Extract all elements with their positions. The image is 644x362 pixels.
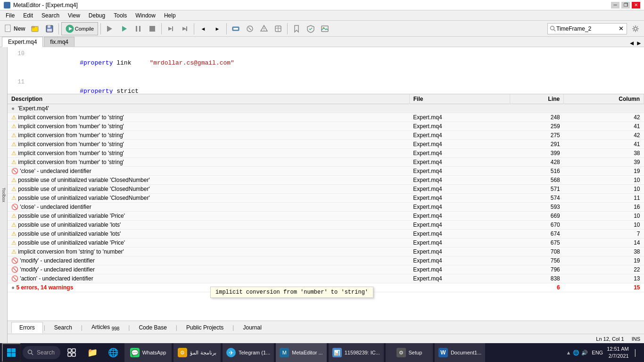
menu-help[interactable]: Help [160,11,180,20]
tray-arrow[interactable]: ▲ [566,350,571,355]
table-row[interactable]: ⚠ possible use of uninitialized variable… [8,239,644,247]
menu-edit[interactable]: Edit [19,11,37,20]
minimize-button[interactable]: ─ [611,2,619,8]
pause-button[interactable] [132,22,145,35]
bookmark-icon [292,25,301,33]
code-editor[interactable]: 10 #property link "mrdollar.cs@gmail.com… [8,47,644,94]
cell-column: 42 [564,131,644,140]
table-row[interactable]: 🚫 'modify' - undeclared identifier Exper… [8,256,644,265]
search-clear-button[interactable]: ✕ [618,25,625,32]
tool1-button[interactable] [229,22,242,35]
restore-button[interactable]: ❐ [621,2,630,8]
menu-view[interactable]: View [64,11,84,20]
metaeditor-label: MetaEditor ... [292,350,322,355]
table-row[interactable]: ⚠ implicit conversion from 'number' to '… [8,140,644,149]
menu-tools[interactable]: Tools [110,11,131,20]
bottom-tab-search[interactable]: Search [46,322,80,333]
shield-button[interactable] [304,22,317,35]
cell-column: 38 [564,149,644,158]
tool2-button[interactable] [243,22,256,35]
svg-rect-46 [72,353,75,356]
edge-button[interactable]: 🌐 [104,343,123,362]
table-row[interactable]: ⚠ implicit conversion from 'number' to '… [8,131,644,140]
show-desktop-button[interactable]: │ [633,349,638,356]
tab-expert-mq4[interactable]: Expert.mq4 [2,37,43,47]
image-button[interactable] [318,22,331,35]
search-input[interactable] [556,25,618,32]
menu-search[interactable]: Search [38,11,63,20]
table-row[interactable]: ⚠ implicit conversion from 'number' to '… [8,149,644,158]
status-bar: Ln 12, Col 1 INS [8,334,644,343]
bottom-tab-errors[interactable]: Errors [11,322,43,333]
taskbar-app-setup[interactable]: ⚙ Setup [386,343,433,362]
taskbar-app-telegram[interactable]: ✈ Telegram (1... [223,343,274,362]
clock[interactable]: 12:51 AM 2/7/2021 [607,346,628,360]
close-button[interactable]: ✕ [632,2,640,8]
bottom-tab-articles[interactable]: Articles 998 [83,321,127,333]
tab-fix-mq4[interactable]: fix.mq4 [44,37,74,47]
stop-button[interactable] [146,22,159,35]
new-button[interactable]: New [2,22,28,35]
svg-rect-43 [68,349,71,352]
taskbar-app-word[interactable]: W Document1... [435,343,485,362]
windows-icon [7,348,16,357]
tab-scroll-right[interactable]: ► [636,40,642,47]
title-text: MetaEditor - [Expert.mq4] [13,2,78,8]
taskbar-search[interactable]: Search [23,346,60,359]
table-row[interactable]: ⚠ possible use of uninitialized variable… [8,194,644,203]
tool4-button[interactable] [272,22,285,35]
table-row[interactable]: ⚠ implicit conversion from 'number' to '… [8,122,644,131]
table-row[interactable]: ⚠ implicit conversion from 'number' to '… [8,113,644,122]
warning-icon: ⚠ [11,132,17,139]
table-row[interactable]: ⚠ possible use of uninitialized variable… [8,212,644,221]
warning-icon: ⚠ [11,186,17,192]
forward-button[interactable]: ► [211,22,224,35]
cell-line: 593 [510,203,564,212]
cell-description: ⚠ implicit conversion from 'number' to '… [8,113,409,122]
file-explorer-button[interactable]: 📁 [83,343,102,362]
task-view-icon [67,348,76,357]
step-into-icon [181,25,189,33]
taskbar-app-metaeditor[interactable]: M MetaEditor ... [276,343,326,362]
taskbar-app-whatsapp[interactable]: 💬 WhatsApp [124,343,172,362]
date-display: 2/7/2021 [607,353,628,360]
taskbar-app-mt4[interactable]: 📊 11598239: IC... [329,343,384,362]
table-row[interactable]: ⚠ implicit conversion from 'string' to '… [8,247,644,256]
step-into-button[interactable] [178,22,191,35]
error-icon: 🚫 [11,204,18,210]
open-button[interactable] [29,22,42,35]
back-button[interactable]: ◄ [197,22,210,35]
menu-debug[interactable]: Debug [85,11,109,20]
table-row[interactable]: 🚫 'action' - undeclared identifier Exper… [8,274,644,283]
bottom-tab-journal[interactable]: Journal [235,322,269,333]
menu-file[interactable]: File [2,11,18,20]
menu-window[interactable]: Window [132,11,159,20]
app-icon [4,2,10,8]
task-view-button[interactable] [62,343,81,362]
tool3-button[interactable] [257,22,271,35]
run-button[interactable] [117,22,131,35]
taskbar-app-prog[interactable]: ⚙ برنامجة المؤ [173,343,221,362]
table-row[interactable]: ⚠ possible use of uninitialized variable… [8,185,644,194]
settings-button[interactable] [629,22,642,35]
table-row[interactable]: 🚫 'close' - undeclared identifier Expert… [8,203,644,212]
run-start-button[interactable] [103,22,116,35]
table-row[interactable]: 🚫 'close' - undeclared identifier Expert… [8,167,644,176]
table-row[interactable]: ⚠ possible use of uninitialized variable… [8,221,644,230]
step-over-button[interactable] [164,22,177,35]
start-button[interactable] [2,343,21,362]
tooltip-text: implicit conversion from 'number' to 'st… [215,289,368,296]
table-row[interactable]: ⚠ possible use of uninitialized variable… [8,176,644,185]
lang-indicator[interactable]: ENG [592,350,603,355]
save-button[interactable] [43,22,56,35]
table-row[interactable]: ⚠ possible use of uninitialized variable… [8,230,644,239]
bottom-tab-codebase[interactable]: Code Base [131,322,174,333]
bookmark-button[interactable] [290,22,303,35]
compile-button[interactable]: Compile [61,22,98,35]
summary-col: 15 [564,283,644,292]
warning-icon: ⚠ [11,123,17,130]
bottom-tab-publicprojects[interactable]: Public Projects [178,322,231,333]
table-row[interactable]: ⚠ implicit conversion from 'number' to '… [8,158,644,167]
table-row[interactable]: 🚫 'modify' - undeclared identifier Exper… [8,265,644,274]
tab-scroll-left[interactable]: ◄ [629,40,635,47]
